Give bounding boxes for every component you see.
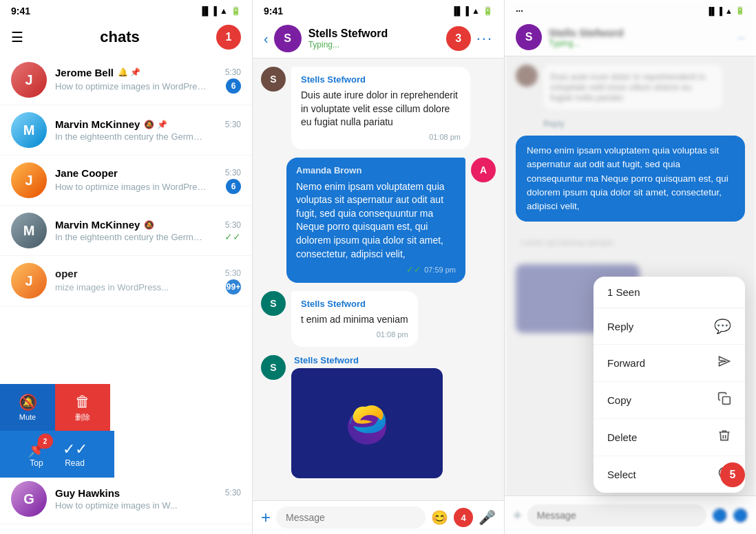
mute-button[interactable]: 🔕 Mute — [0, 384, 55, 431]
contact-name: Jerome Bell — [55, 67, 114, 78]
delete-label: 删除 — [75, 412, 90, 423]
top-label: Top — [30, 458, 43, 468]
message-text: t enim ad minima veniam — [301, 313, 408, 327]
chat-time: 5:30 — [225, 268, 241, 278]
list-item[interactable]: M Marvin McKinney 🔕 📌 5:30 In the eighte… — [0, 105, 252, 156]
reply-section-label: Reply — [505, 118, 756, 130]
new-chat-button[interactable]: 1 — [216, 25, 241, 50]
forward-menu-item[interactable]: Forward — [594, 345, 745, 382]
reply-menu-item[interactable]: Reply 💬 — [594, 308, 745, 345]
blurred-footer-bubble: t enim ad minima veniam — [516, 233, 653, 253]
list-item[interactable]: G Guy Hawkins 5:30 How to optimize image… — [0, 474, 252, 524]
message-input[interactable] — [276, 506, 426, 528]
select-label: Select — [607, 469, 636, 480]
battery-icon-3: 🔋 — [735, 6, 745, 15]
avatar: J — [11, 62, 47, 98]
chats-header: ☰ chats 1 — [0, 19, 252, 55]
detail-emoji-button[interactable]: 🔵 — [712, 508, 727, 523]
contact-name: oper — [55, 268, 78, 279]
list-item[interactable]: J Jane Cooper 5:30 How to optimize image… — [0, 156, 252, 206]
time-2: 9:41 — [264, 6, 283, 17]
notification-icon: 🔔 📌 — [118, 67, 140, 77]
message-time: ✓✓ 07:59 pm — [296, 264, 456, 276]
copy-label: Copy — [607, 394, 631, 406]
message-bubble[interactable]: Amanda Brown Nemo enim ipsam voluptatem … — [286, 158, 465, 283]
detail-contact-name: Stells Stefword — [549, 27, 737, 39]
blurred-bubble: Duis aute irure dolor in reprehenderit i… — [543, 65, 722, 109]
time-3: ··· — [516, 6, 523, 16]
detail-voice-button[interactable]: 🔵 — [733, 508, 748, 523]
chat-time: 5:30 — [225, 120, 241, 129]
list-item[interactable]: J Jerome Bell 🔔 📌 5:30 How to optimize i… — [0, 55, 252, 105]
image-message[interactable] — [291, 368, 443, 478]
message-bubble[interactable]: Stells Stefword t enim ad minima veniam … — [291, 291, 418, 347]
message-input-area: + 😊 4 🎤 — [253, 500, 504, 534]
chat-preview: In the eighteenth century the German phi… — [55, 232, 207, 242]
message-time: 01:08 pm — [301, 132, 461, 142]
message-bubble[interactable]: Stells Stefword Duis aute irure dolor in… — [291, 67, 470, 149]
top-button[interactable]: 📌 Top 2 — [28, 440, 46, 468]
battery-icon-2: 🔋 — [483, 6, 493, 16]
chat-info: Marvin McKinney 🔕 5:30 In the eighteenth… — [55, 219, 241, 242]
back-button[interactable]: ‹ — [264, 31, 269, 47]
list-item[interactable]: J oper 5:30 mize images in WordPress... … — [0, 256, 252, 306]
unread-badge: 6 — [226, 78, 241, 94]
context-menu: 1 Seen Reply 💬 Forward Copy — [594, 277, 745, 493]
chats-panel: 9:41 ▐▌▐ ▲ 🔋 ☰ chats 1 J Jerome Bell 🔔 📌… — [0, 0, 252, 534]
list-item[interactable]: M Marvin McKinney 🔕 5:30 In the eighteen… — [0, 206, 252, 256]
delete-button[interactable]: 🗑 删除 — [55, 384, 110, 431]
double-tick-icon: ✓✓ — [224, 231, 241, 242]
contact-name: Jane Cooper — [55, 167, 118, 179]
wifi-icon-1: ▲ — [220, 6, 228, 16]
forward-icon — [717, 354, 731, 372]
contact-name-header: Stells Stefword — [308, 28, 446, 40]
signal-icon-2: ▐▌▐ — [452, 6, 470, 16]
mute-icon: 🔕 — [144, 220, 154, 230]
conversation-panel: 9:41 ▐▌▐ ▲ 🔋 ‹ S Stells Stefword Typing.… — [252, 0, 504, 534]
trash-icon: 🗑 — [75, 393, 90, 411]
more-options-button[interactable]: ··· — [476, 30, 493, 47]
message-avatar: A — [471, 158, 496, 182]
chat-time: 5:30 — [225, 168, 241, 178]
avatar: G — [11, 481, 47, 517]
forward-label: Forward — [607, 357, 645, 369]
status-icons-2: ▐▌▐ ▲ 🔋 — [452, 6, 493, 16]
chat-time: 5:30 — [225, 67, 241, 77]
message-text: Duis aute irure dolor in reprehenderit i… — [301, 89, 461, 129]
notification-icon: 🔕 📌 — [144, 120, 167, 129]
read-button[interactable]: ✓✓ Read — [63, 440, 87, 468]
message-avatar: S — [261, 291, 286, 316]
highlighted-message[interactable]: Nemo enim ipsam voluptatem quia voluptas… — [516, 136, 745, 222]
detail-header: S Stells Stefword Typing... ··· — [505, 19, 756, 56]
hamburger-icon[interactable]: ☰ — [11, 29, 23, 45]
delete-menu-item[interactable]: Delete — [594, 419, 745, 456]
copy-menu-item[interactable]: Copy — [594, 382, 745, 419]
chat-info: Jane Cooper 5:30 How to optimize images … — [55, 167, 241, 194]
chats-title: chats — [23, 28, 216, 46]
signal-icon-1: ▐▌▐ — [200, 6, 218, 16]
detail-status: Typing... — [549, 39, 737, 48]
emoji-button[interactable]: 😊 — [431, 509, 448, 526]
detail-content: ··· ▐▌▐ ▲ 🔋 S Stells Stefword Typing... … — [505, 0, 756, 534]
avatar: J — [11, 162, 47, 198]
avatar: J — [11, 263, 47, 299]
message-row: S Stells Stefword — [261, 355, 496, 478]
svg-rect-1 — [723, 397, 731, 405]
detail-message-input[interactable] — [527, 504, 706, 526]
top-read-actions: 📌 Top 2 ✓✓ Read — [0, 431, 114, 478]
mute-icon: 🔕 — [19, 394, 37, 412]
messages-area: S Stells Stefword Duis aute irure dolor … — [253, 58, 504, 500]
chat-info: Marvin McKinney 🔕 📌 5:30 In the eighteen… — [55, 118, 241, 142]
message-avatar: S — [261, 67, 286, 92]
badge-4[interactable]: 4 — [454, 508, 473, 527]
chat-info: Guy Hawkins 5:30 How to optimize images … — [55, 487, 241, 511]
voice-button[interactable]: 🎤 — [479, 509, 496, 526]
wifi-icon-3: ▲ — [725, 7, 733, 15]
detail-add-button[interactable]: + — [513, 506, 522, 524]
badge-3[interactable]: 3 — [446, 26, 471, 51]
message-avatar: S — [261, 355, 286, 380]
chat-preview: mize images in WordPress... — [55, 282, 169, 292]
chat-name-row: Marvin McKinney 🔕 5:30 — [55, 219, 241, 231]
avatar: M — [11, 213, 47, 248]
add-button[interactable]: + — [261, 508, 271, 527]
